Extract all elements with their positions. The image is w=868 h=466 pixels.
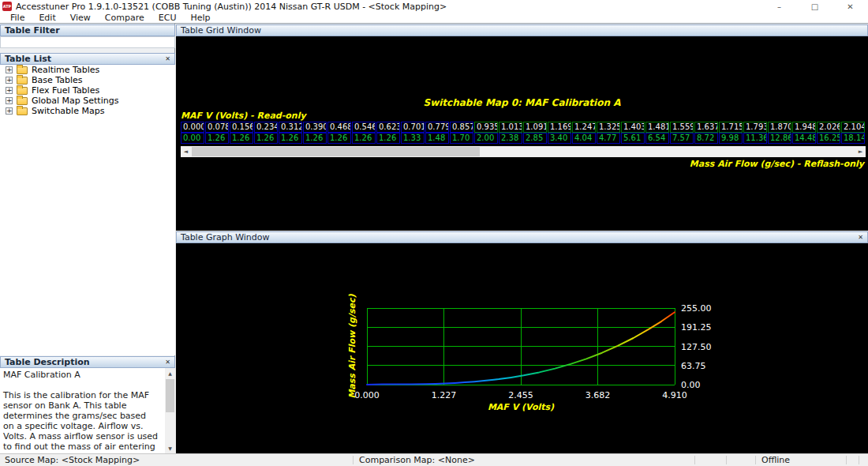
- grid-value-cell[interactable]: 6.54: [645, 133, 669, 144]
- grid-scrollbar-thumb[interactable]: [192, 147, 480, 156]
- grid-value-cell[interactable]: 1.26: [327, 133, 351, 144]
- grid-value-cell[interactable]: 5.61: [621, 133, 645, 144]
- grid-axis-cell[interactable]: 0.779: [425, 122, 449, 133]
- grid-axis-cell[interactable]: 0.390: [303, 122, 327, 133]
- statusbar-divider: [694, 456, 695, 464]
- grid-value-cell[interactable]: 4.04: [572, 133, 596, 144]
- minimize-icon[interactable]: –: [761, 0, 797, 13]
- table-graph-window-header[interactable]: Table Graph Window ✕: [176, 231, 868, 243]
- grid-value-cell[interactable]: 11.36: [743, 133, 767, 144]
- grid-value-cell[interactable]: 9.98: [719, 133, 743, 144]
- grid-axis-cell[interactable]: 0.546: [352, 122, 376, 133]
- grid-axis-cell[interactable]: 2.104: [841, 122, 865, 133]
- expand-plus-icon[interactable]: +: [6, 77, 13, 84]
- scroll-left-icon[interactable]: ◄: [181, 146, 191, 157]
- tree-item-base-tables[interactable]: +Base Tables: [0, 75, 175, 85]
- grid-axis-cell[interactable]: 1.403: [621, 122, 645, 133]
- title-bar: ATP Accesstuner Pro 1.9.1.0-13521 (COBB …: [0, 0, 868, 13]
- grid-value-cell[interactable]: 3.40: [548, 133, 571, 144]
- grid-value-cell[interactable]: 2.38: [499, 133, 522, 144]
- connection-status: Offline: [761, 454, 790, 466]
- grid-value-cell[interactable]: 8.72: [694, 133, 718, 144]
- grid-axis-cell[interactable]: 1.637: [694, 122, 718, 133]
- menu-view[interactable]: View: [63, 13, 98, 23]
- table-grid-body: Switchable Map 0: MAF Calibration A MAF …: [176, 36, 868, 231]
- tree-item-switchable-maps[interactable]: +Switchable Maps: [0, 106, 175, 116]
- maximize-icon[interactable]: □: [797, 0, 832, 13]
- table-graph-window-close-icon[interactable]: ✕: [858, 233, 863, 242]
- chart-x-tick-label: 3.682: [586, 390, 611, 400]
- grid-axis-cell[interactable]: 0.935: [474, 122, 498, 133]
- grid-axis-cell[interactable]: 1.793: [743, 122, 767, 133]
- grid-value-cell[interactable]: 1.33: [401, 133, 425, 144]
- menu-edit[interactable]: Edit: [32, 13, 62, 23]
- description-scrollbar[interactable]: ▲ ▼: [165, 368, 175, 453]
- grid-value-cell[interactable]: 1.26: [279, 133, 302, 144]
- grid-axis-cell[interactable]: 1.870: [768, 122, 791, 133]
- grid-horizontal-scrollbar[interactable]: ◄ ►: [181, 146, 866, 157]
- grid-value-cell[interactable]: 16.25: [817, 133, 840, 144]
- tree-item-realtime-tables[interactable]: +Realtime Tables: [0, 65, 175, 75]
- close-icon[interactable]: ✕: [832, 0, 868, 13]
- grid-axis-cell[interactable]: 0.623: [376, 122, 400, 133]
- grid-value-cell[interactable]: 12.86: [768, 133, 791, 144]
- grid-axis-cell[interactable]: 0.312: [279, 122, 302, 133]
- grid-axis-cell[interactable]: 1.715: [719, 122, 743, 133]
- table-description-text: MAF Calibration A This is the calibratio…: [3, 370, 159, 453]
- grid-value-cell[interactable]: 0.00: [181, 133, 204, 144]
- expand-plus-icon[interactable]: +: [6, 107, 13, 115]
- grid-axis-cell[interactable]: 1.559: [670, 122, 694, 133]
- grid-value-cell[interactable]: 2.00: [474, 133, 498, 144]
- scroll-down-icon[interactable]: ▼: [165, 443, 175, 453]
- grid-value-cell[interactable]: 7.57: [670, 133, 694, 144]
- grid-value-cell[interactable]: 1.26: [205, 133, 229, 144]
- grid-axis-cell[interactable]: 0.701: [401, 122, 425, 133]
- table-list-close-icon[interactable]: ✕: [165, 54, 170, 64]
- grid-value-cell[interactable]: 14.48: [792, 133, 816, 144]
- grid-axis-cell[interactable]: 1.481: [645, 122, 669, 133]
- tree-item-global-map-settings[interactable]: +Global Map Settings: [0, 96, 175, 106]
- menu-file[interactable]: File: [3, 13, 32, 23]
- grid-axis-cell[interactable]: 1.013: [499, 122, 522, 133]
- grid-axis-cell[interactable]: 1.948: [792, 122, 816, 133]
- grid-axis-cell[interactable]: 0.078: [205, 122, 229, 133]
- table-filter-input[interactable]: [1, 37, 174, 47]
- grid-value-cell[interactable]: 1.26: [303, 133, 327, 144]
- description-scrollbar-thumb[interactable]: [166, 379, 174, 412]
- grid-value-cell[interactable]: 18.14: [841, 133, 865, 144]
- grid-value-cell[interactable]: 1.26: [230, 133, 253, 144]
- grid-axis-cell[interactable]: 0.857: [450, 122, 473, 133]
- grid-value-cell[interactable]: 1.26: [376, 133, 400, 144]
- expand-plus-icon[interactable]: +: [6, 87, 13, 94]
- menu-ecu[interactable]: ECU: [152, 13, 184, 23]
- menu-compare[interactable]: Compare: [98, 13, 152, 23]
- tree-item-flex-fuel-tables[interactable]: +Flex Fuel Tables: [0, 85, 175, 96]
- grid-axis-cell[interactable]: 1.325: [597, 122, 620, 133]
- table-grid-window-header[interactable]: Table Grid Window: [176, 24, 868, 36]
- grid-value-cell[interactable]: 1.70: [450, 133, 473, 144]
- grid-axis-cell[interactable]: 0.000: [181, 122, 204, 133]
- grid-axis-cell[interactable]: 1.169: [548, 122, 571, 133]
- grid-value-cell[interactable]: 4.77: [597, 133, 620, 144]
- sidebar: Table Filter Table List ✕ +Realtime Tabl…: [0, 24, 175, 453]
- grid-axis-cell[interactable]: 2.026: [817, 122, 840, 133]
- grid-value-cell[interactable]: 1.26: [352, 133, 376, 144]
- grid-axis-cell[interactable]: 1.247: [572, 122, 596, 133]
- scroll-right-icon[interactable]: ►: [855, 146, 866, 157]
- main-area: Table Filter Table List ✕ +Realtime Tabl…: [0, 24, 868, 453]
- expand-plus-icon[interactable]: +: [6, 97, 13, 104]
- scroll-up-icon[interactable]: ▲: [165, 368, 175, 378]
- menu-help[interactable]: Help: [183, 13, 217, 23]
- table-description-close-icon[interactable]: ✕: [165, 358, 170, 367]
- statusbar-divider: [755, 456, 756, 464]
- grid-value-cell[interactable]: 1.48: [425, 133, 449, 144]
- grid-value-cell[interactable]: 1.26: [254, 133, 278, 144]
- grid-axis-cell[interactable]: 0.156: [230, 122, 253, 133]
- grid-value-cell[interactable]: 2.85: [523, 133, 547, 144]
- grid-axis-cell[interactable]: 1.091: [523, 122, 547, 133]
- window-controls: – □ ✕: [761, 0, 868, 13]
- grid-axis-cell[interactable]: 0.468: [327, 122, 351, 133]
- grid-axis-cell[interactable]: 0.234: [254, 122, 278, 133]
- expand-plus-icon[interactable]: +: [6, 66, 13, 73]
- switchable-map-title: Switchable Map 0: MAF Calibration A: [176, 97, 868, 108]
